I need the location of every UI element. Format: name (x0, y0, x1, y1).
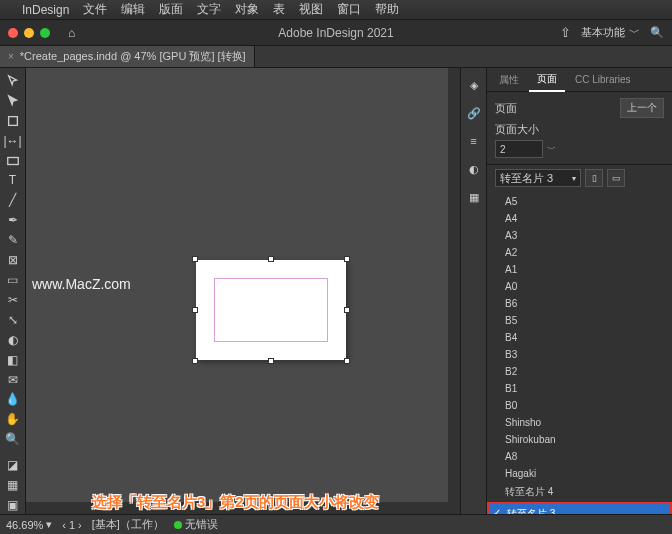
properties-panel: 属性 页面 CC Libraries 页面 上一个 页面大小 ﹀ 转至名片 3 … (486, 68, 672, 514)
swatches-panel-icon[interactable]: ▦ (465, 188, 483, 206)
last-page-button[interactable]: 上一个 (620, 98, 664, 118)
page-size-input[interactable] (495, 140, 543, 158)
type-tool[interactable]: T (2, 172, 24, 190)
size-option[interactable]: A5 (487, 193, 672, 210)
selection-tool[interactable] (2, 72, 24, 90)
selection-handle[interactable] (268, 256, 274, 262)
page-size-list[interactable]: A5A4A3A2A1A0B6B5B4B3B2B1B0ShinshoShiroku… (487, 191, 672, 514)
layers-panel-icon[interactable]: ◈ (465, 76, 483, 94)
window-controls (8, 28, 50, 38)
selection-handle[interactable] (344, 256, 350, 262)
page-tool[interactable] (2, 112, 24, 130)
size-option[interactable]: B5 (487, 312, 672, 329)
home-icon[interactable]: ⌂ (68, 26, 75, 40)
menu-object[interactable]: 对象 (235, 1, 259, 18)
size-option[interactable]: A2 (487, 244, 672, 261)
size-option[interactable]: A4 (487, 210, 672, 227)
gradient-swatch-tool[interactable]: ◐ (2, 331, 24, 349)
note-tool[interactable]: ✉ (2, 371, 24, 389)
menu-help[interactable]: 帮助 (375, 1, 399, 18)
size-option[interactable]: B0 (487, 397, 672, 414)
screen-mode-tool[interactable]: ▣ (2, 496, 24, 514)
color-theme-tool[interactable]: ▦ (2, 476, 24, 494)
size-option[interactable]: A3 (487, 227, 672, 244)
size-option[interactable]: Shinsho (487, 414, 672, 431)
orientation-portrait-button[interactable]: ▯ (585, 169, 603, 187)
share-icon[interactable]: ⇧ (560, 25, 571, 40)
tab-cc-libraries[interactable]: CC Libraries (567, 70, 639, 89)
preflight-status[interactable]: 无错误 (174, 517, 218, 532)
document-tab[interactable]: × *Create_pages.indd @ 47% [GPU 预览] [转换] (0, 46, 255, 67)
hand-tool[interactable]: ✋ (2, 410, 24, 428)
selection-handle[interactable] (192, 358, 198, 364)
page-nav[interactable]: ‹1› (62, 519, 81, 531)
size-option[interactable]: Shirokuban (487, 431, 672, 448)
rectangle-frame-tool[interactable]: ⊠ (2, 251, 24, 269)
selection-handle[interactable] (192, 256, 198, 262)
size-option[interactable]: B3 (487, 346, 672, 363)
size-option[interactable]: 转至名片 3 (487, 502, 672, 514)
tab-properties[interactable]: 属性 (491, 69, 527, 91)
size-dropdown-row: 转至名片 3 ▾ ▯ ▭ (487, 165, 672, 191)
minimize-button[interactable] (24, 28, 34, 38)
menu-type[interactable]: 文字 (197, 1, 221, 18)
tab-pages[interactable]: 页面 (529, 68, 565, 92)
size-option[interactable]: 转至名片 4 (487, 482, 672, 502)
zoom-level[interactable]: 46.69%▾ (6, 518, 52, 531)
workspace-label: 基本功能 (581, 25, 625, 40)
close-button[interactable] (8, 28, 18, 38)
maximize-button[interactable] (40, 28, 50, 38)
menu-layout[interactable]: 版面 (159, 1, 183, 18)
document-tabbar: × *Create_pages.indd @ 47% [GPU 预览] [转换] (0, 46, 672, 68)
pen-tool[interactable]: ✒ (2, 211, 24, 229)
tab-close-icon[interactable]: × (8, 51, 14, 62)
zoom-tool[interactable]: 🔍 (2, 430, 24, 448)
vertical-scrollbar[interactable] (448, 68, 460, 514)
gradient-feather-tool[interactable]: ◧ (2, 351, 24, 369)
direct-selection-tool[interactable] (2, 92, 24, 110)
size-option[interactable]: A8 (487, 448, 672, 465)
menu-file[interactable]: 文件 (83, 1, 107, 18)
menu-view[interactable]: 视图 (299, 1, 323, 18)
chevron-down-icon: ▾ (572, 174, 576, 183)
content-collector-tool[interactable] (2, 152, 24, 170)
rectangle-tool[interactable]: ▭ (2, 271, 24, 289)
size-option[interactable]: B6 (487, 295, 672, 312)
size-option[interactable]: B1 (487, 380, 672, 397)
color-panel-icon[interactable]: ◐ (465, 160, 483, 178)
menu-edit[interactable]: 编辑 (121, 1, 145, 18)
workspace-dropdown[interactable]: 基本功能 ﹀ (581, 25, 640, 40)
size-option[interactable]: A1 (487, 261, 672, 278)
page-size-dropdown[interactable]: 转至名片 3 ▾ (495, 169, 581, 187)
selection-handle[interactable] (192, 307, 198, 313)
eyedropper-tool[interactable]: 💧 (2, 391, 24, 409)
app-titlebar: ⌂ Adobe InDesign 2021 ⇧ 基本功能 ﹀ 🔍 (0, 20, 672, 46)
collapsed-panels: ◈ 🔗 ≡ ◐ ▦ (460, 68, 486, 514)
stroke-panel-icon[interactable]: ≡ (465, 132, 483, 150)
page-object[interactable] (196, 260, 346, 360)
search-icon[interactable]: 🔍 (650, 26, 664, 39)
free-transform-tool[interactable]: ⤡ (2, 311, 24, 329)
scissors-tool[interactable]: ✂ (2, 291, 24, 309)
chevron-down-icon[interactable]: ﹀ (547, 143, 556, 156)
selection-handle[interactable] (344, 358, 350, 364)
selection-handle[interactable] (344, 307, 350, 313)
selection-handle[interactable] (268, 358, 274, 364)
gap-tool[interactable]: |↔| (2, 132, 24, 150)
orientation-landscape-button[interactable]: ▭ (607, 169, 625, 187)
menu-app[interactable]: InDesign (22, 3, 69, 17)
links-panel-icon[interactable]: 🔗 (465, 104, 483, 122)
menu-window[interactable]: 窗口 (337, 1, 361, 18)
fill-stroke-swatch[interactable]: ◪ (2, 456, 24, 474)
dropdown-value: 转至名片 3 (500, 171, 553, 186)
canvas[interactable]: www.MacZ.com (26, 68, 460, 514)
view-mode[interactable]: [基本]（工作） (92, 517, 164, 532)
menu-table[interactable]: 表 (273, 1, 285, 18)
size-option[interactable]: Hagaki (487, 465, 672, 482)
size-option[interactable]: B2 (487, 363, 672, 380)
size-option[interactable]: A0 (487, 278, 672, 295)
pencil-tool[interactable]: ✎ (2, 231, 24, 249)
size-option[interactable]: B4 (487, 329, 672, 346)
chevron-down-icon: ﹀ (629, 25, 640, 40)
line-tool[interactable]: ╱ (2, 191, 24, 209)
